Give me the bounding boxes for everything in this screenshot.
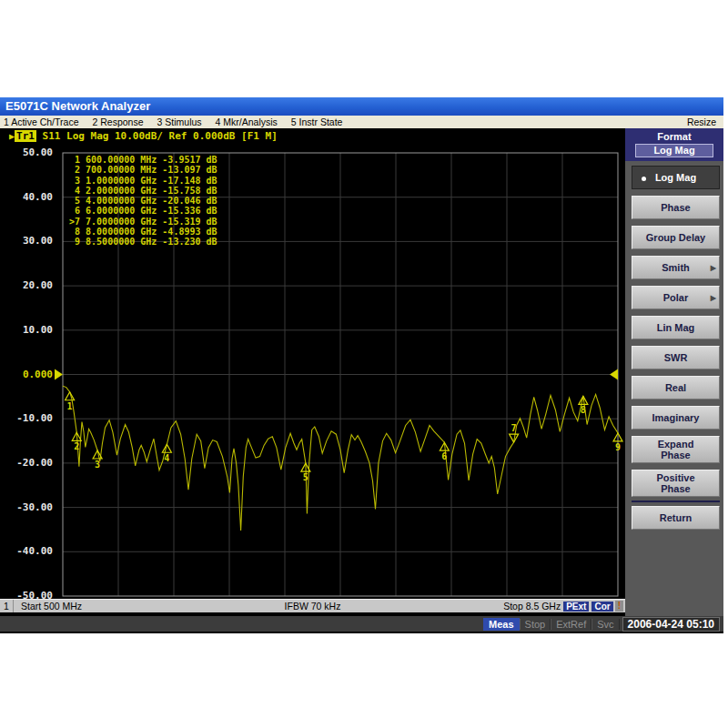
submenu-arrow-icon: ▶	[711, 264, 716, 272]
stop-frequency-group: Stop 8.5 GHz PExtCor !	[503, 601, 625, 612]
softkey-button-polar[interactable]: Polar▶	[632, 286, 720, 309]
menu-item-1-active-ch-trace[interactable]: 1 Active Ch/Trace	[4, 116, 78, 127]
softkey-button-swr[interactable]: SWR	[632, 346, 720, 369]
indicator-extref: ExtRef	[551, 619, 592, 630]
marker-table-row-9: 9 8.5000000 GHz -13.230 dB	[69, 237, 217, 247]
warning-badge: !	[615, 601, 623, 612]
y-tick-label: -10.00	[0, 413, 53, 424]
menu-items: 1 Active Ch/Trace2 Response3 Stimulus4 M…	[4, 116, 356, 128]
start-frequency-label: Start 500 MHz	[21, 601, 82, 612]
ifbw-label: IFBW 70 kHz	[285, 601, 341, 612]
softkey-buttons: Log MagPhaseGroup DelaySmith▶Polar▶Lin M…	[625, 161, 723, 530]
marker-5-label: 5	[303, 472, 308, 482]
softkey-button-expand-phase[interactable]: ExpandPhase	[632, 436, 720, 463]
marker-table-row-5: 5 4.0000000 GHz -20.046 dB	[69, 196, 217, 206]
marker-1-label: 1	[67, 401, 73, 411]
menu-bar: 1 Active Ch/Trace2 Response3 Stimulus4 M…	[0, 116, 723, 128]
main-content: ▶Tr1 S11 Log Mag 10.00dB/ Ref 0.000dB [F…	[0, 128, 723, 616]
softkey-button-group-delay[interactable]: Group Delay	[632, 226, 720, 249]
selected-dot-icon	[642, 177, 646, 181]
y-tick-label: 50.00	[0, 147, 53, 158]
y-tick-label: -40.00	[0, 546, 53, 557]
marker-table-row-2: 2 700.00000 MHz -13.097 dB	[69, 165, 217, 175]
desktop: { "window": { "title": "E5071C Network A…	[0, 0, 728, 728]
stimulus-status-bar: 1 Start 500 MHz IFBW 70 kHz Stop 8.5 GHz…	[0, 599, 625, 612]
indicator-stop: Stop	[520, 619, 551, 630]
indicator-svc: Svc	[592, 619, 619, 630]
marker-table: 1 600.00000 MHz -3.9517 dB 2 700.00000 M…	[69, 155, 217, 248]
ref-level-arrow-left-icon	[55, 369, 63, 380]
marker-6-label: 6	[441, 451, 447, 461]
softkey-button-log-mag[interactable]: Log Mag	[632, 166, 720, 189]
title-bar: E5071C Network Analyzer	[0, 97, 723, 116]
menu-item-3-stimulus[interactable]: 3 Stimulus	[157, 116, 202, 127]
softkey-menu-value: Log Mag	[635, 144, 713, 157]
marker-table-row-3: 3 1.0000000 GHz -17.148 dB	[69, 176, 217, 186]
softkey-sidebar: Format Log Mag Log MagPhaseGroup DelaySm…	[625, 128, 723, 616]
marker-7-label: 7	[511, 423, 517, 433]
status-badges: PExtCor	[561, 601, 612, 612]
window-title: E5071C Network Analyzer	[5, 99, 150, 113]
softkey-button-positive-phase[interactable]: PositivePhase	[632, 470, 720, 497]
softkey-menu-header: Format Log Mag	[625, 128, 723, 161]
marker-8-label: 8	[581, 405, 586, 415]
status-badge-pext: PExt	[563, 602, 589, 612]
disabled-indicators: StopExtRefSvc	[520, 618, 620, 631]
y-tick-label: -30.00	[0, 502, 53, 513]
y-tick-label: 30.00	[0, 236, 53, 247]
y-tick-label: 10.00	[0, 325, 53, 336]
marker-table-row-6: 6 6.0000000 GHz -15.336 dB	[69, 206, 217, 216]
marker-2-label: 2	[74, 441, 79, 451]
marker-table-row-1: 1 600.00000 MHz -3.9517 dB	[69, 155, 217, 165]
marker-table-row-4: 4 2.0000000 GHz -15.758 dB	[69, 186, 217, 196]
meas-indicator: Meas	[483, 618, 520, 631]
marker-table-row-7: >7 7.0000000 GHz -15.319 dB	[69, 217, 217, 227]
submenu-arrow-icon: ▶	[711, 294, 716, 302]
softkey-button-phase[interactable]: Phase	[632, 196, 720, 219]
datetime-display: 2006-04-24 05:10	[622, 617, 720, 632]
y-tick-label: 40.00	[0, 192, 53, 203]
ref-level-label: 0.000	[0, 369, 53, 380]
ref-level-arrow-right-icon	[610, 369, 618, 380]
y-tick-label: 20.00	[0, 280, 53, 291]
channel-area: ▶Tr1 S11 Log Mag 10.00dB/ Ref 0.000dB [F…	[0, 128, 625, 616]
softkey-separator	[632, 500, 720, 502]
channel-number: 1	[0, 600, 14, 612]
softkey-button-real[interactable]: Real	[632, 376, 720, 399]
y-tick-label: -20.00	[0, 458, 53, 469]
resize-button[interactable]: Resize	[687, 116, 716, 128]
menu-item-2-response[interactable]: 2 Response	[92, 116, 143, 127]
softkey-button-smith[interactable]: Smith▶	[632, 256, 720, 279]
marker-table-row-8: 8 8.0000000 GHz -4.8993 dB	[69, 227, 217, 237]
marker-3-label: 3	[95, 460, 100, 470]
softkey-menu-title: Format	[625, 131, 723, 142]
marker-9-label: 9	[615, 442, 621, 452]
analyzer-window: E5071C Network Analyzer 1 Active Ch/Trac…	[0, 97, 723, 632]
marker-4-label: 4	[164, 453, 169, 463]
stop-frequency-label: Stop 8.5 GHz	[503, 601, 561, 612]
menu-item-5-instr-state[interactable]: 5 Instr State	[291, 116, 343, 127]
instrument-status-bar: Meas StopExtRefSvc 2006-04-24 05:10	[0, 616, 723, 633]
softkey-button-return[interactable]: Return	[632, 506, 720, 530]
softkey-button-imaginary[interactable]: Imaginary	[632, 406, 720, 430]
menu-item-4-mkr-analysis[interactable]: 4 Mkr/Analysis	[216, 116, 278, 127]
softkey-button-lin-mag[interactable]: Lin Mag	[632, 316, 720, 339]
status-badge-cor: Cor	[592, 602, 612, 612]
